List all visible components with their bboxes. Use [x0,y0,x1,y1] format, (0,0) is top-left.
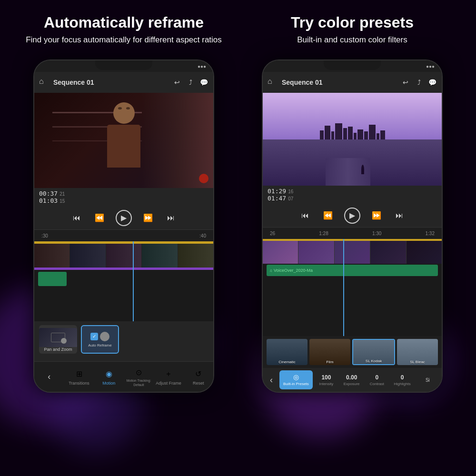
video-preview-right [263,93,442,186]
reset-icon: ↺ [193,368,204,380]
back-nav-left[interactable]: ‹ [34,372,64,382]
step-back-button-left[interactable]: ⏪ [93,211,106,225]
phone-notch-left [95,60,152,70]
transitions-icon: ⊞ [73,368,85,380]
skip-fwd-button-right[interactable]: ⏭ [393,209,406,222]
auto-reframe-preset[interactable]: ✓ Auto Reframe [81,325,119,354]
sl-bleac-preset[interactable]: SL Bleac [397,339,438,365]
exposure-label: Exposure [344,382,360,386]
adjust-frame-nav[interactable]: + Adjust Frame [154,368,184,386]
ruler-marks-left: :30 :40 [41,233,206,238]
pan-zoom-preset[interactable]: Pan and Zoom [39,325,77,354]
left-title: Automatically reframe [14,14,233,31]
right-header: Try color presets Built-in and custom co… [238,14,466,45]
intensity-control[interactable]: 100 Intensity [315,374,338,386]
chat-icon-left[interactable]: 💬 [199,78,208,87]
motion-nav[interactable]: ◉ Motion [94,368,124,386]
time-total-right: 01:47 [268,195,286,202]
motion-tracking-nav[interactable]: ⊙ Motion Tracking: Default [124,367,154,387]
skip-back-button-right[interactable]: ⏮ [298,209,312,222]
color-presets-row: Cinematic Film SL Kodak SL Bleac [263,336,442,368]
timeline-tracks-left[interactable] [34,241,213,321]
ruler-mark-2: :40 [199,233,206,238]
intensity-label: Intensity [319,382,334,386]
undo-icon-right[interactable]: ↩ [401,78,410,87]
phone-notch-right [324,60,381,70]
right-title: Try color presets [243,14,462,31]
adjust-frame-label: Adjust Frame [156,381,181,386]
share-icon-left[interactable]: ⤴ [186,78,195,87]
sl-kodak-preset[interactable]: SL Kodak [352,339,395,365]
play-button-right[interactable]: ▶ [344,208,360,224]
timeline-ruler-right: 26 1:28 1:30 1:32 [263,228,442,239]
time-display-right: 01:29 16 01:47 07 [263,186,442,204]
highlights-control[interactable]: 0 Highlights [391,374,414,386]
frame-total-right: 07 [288,196,293,201]
highlights-value: 0 [401,374,404,381]
left-header: Automatically reframe Find your focus au… [10,14,238,45]
left-phone-screen: ●●● ⌂ Sequence 01 ↩ ⤴ 💬 [34,60,213,392]
step-back-button-right[interactable]: ⏪ [321,209,335,222]
home-icon[interactable]: ⌂ [39,77,50,88]
timeline-ruler-left: :30 :40 [34,230,213,241]
home-icon-right[interactable]: ⌂ [268,77,278,88]
playback-controls-right: ⏮ ⏪ ▶ ⏩ ⏭ [263,204,442,228]
right-phone: ●●● ⌂ Sequence 01 ↩ ⤴ 💬 [262,60,443,393]
motion-tracking-label: Motion Tracking: Default [124,379,154,387]
phones-container: ●●● ⌂ Sequence 01 ↩ ⤴ 💬 [0,60,476,393]
time-total-left: 01:03 [39,197,58,204]
right-subtitle: Built-in and custom color filters [243,35,462,45]
exposure-value: 0.00 [346,374,357,381]
step-fwd-button-left[interactable]: ⏩ [141,211,155,225]
playhead-right[interactable] [343,239,344,336]
transitions-nav[interactable]: ⊞ Transitions [64,368,94,386]
exposure-control[interactable]: 0.00 Exposure [340,374,363,386]
transitions-label: Transitions [69,381,89,386]
builtin-presets-button[interactable]: ◎ Built-in Presets [279,370,313,389]
cinematic-preset[interactable]: Cinematic [267,339,307,365]
time-current-left: 00:37 [39,190,58,197]
contrast-control[interactable]: 0 Contrast [365,374,388,386]
step-fwd-button-right[interactable]: ⏩ [370,209,383,222]
more-icon: Si [426,377,430,383]
ruler-mark-r2: 1:28 [319,231,328,236]
share-icon-right[interactable]: ⤴ [414,78,424,87]
top-nav-left: ⌂ Sequence 01 ↩ ⤴ 💬 [34,72,213,93]
playhead-left[interactable] [133,241,134,321]
adjust-frame-icon: + [163,368,174,380]
right-phone-screen: ●●● ⌂ Sequence 01 ↩ ⤴ 💬 [263,60,442,392]
skip-back-button-left[interactable]: ⏮ [70,211,83,225]
play-button-left[interactable]: ▶ [116,210,132,226]
cinematic-label: Cinematic [267,360,307,364]
ruler-mark-1: :30 [41,233,48,238]
undo-icon-left[interactable]: ↩ [172,78,182,87]
motion-icon: ◉ [103,368,115,380]
motion-tracking-icon: ⊙ [133,367,144,378]
reset-nav[interactable]: ↺ Reset [183,368,213,386]
pan-zoom-label: Pan and Zoom [44,347,72,352]
header: Automatically reframe Find your focus au… [0,0,476,55]
back-chevron-left: ‹ [48,372,50,382]
preset-circle-icon: ◎ [293,373,299,381]
music-note-icon: ♫ [269,268,272,273]
chat-icon-right[interactable]: 💬 [427,78,437,87]
more-control[interactable]: Si [416,377,439,383]
left-subtitle: Find your focus automatically for differ… [14,35,233,45]
film-label: Film [309,360,350,364]
bottom-tools-left: Pan and Zoom ✓ Auto Reframe [34,321,213,361]
adjustment-row: ‹ ◎ Built-in Presets 100 Intensity 0.00 … [263,368,442,392]
audio-track-right: ♫ VoiceOver_2020-Ma [267,265,438,276]
timeline-tracks-right[interactable]: ♫ VoiceOver_2020-Ma [263,239,442,336]
intensity-value: 100 [321,374,331,381]
film-preset[interactable]: Film [309,339,350,365]
motion-label: Motion [102,381,115,386]
video-preview-left [34,93,213,188]
top-nav-right: ⌂ Sequence 01 ↩ ⤴ 💬 [263,72,442,93]
sequence-title-left: Sequence 01 [53,79,169,86]
audio-track-label: VoiceOver_2020-Ma [274,268,313,273]
back-chevron-right[interactable]: ‹ [265,370,278,390]
contrast-label: Contrast [370,382,384,386]
skip-fwd-button-left[interactable]: ⏭ [164,211,178,225]
frame-current-left: 21 [60,191,65,197]
ruler-mark-r3: 1:30 [372,231,381,236]
